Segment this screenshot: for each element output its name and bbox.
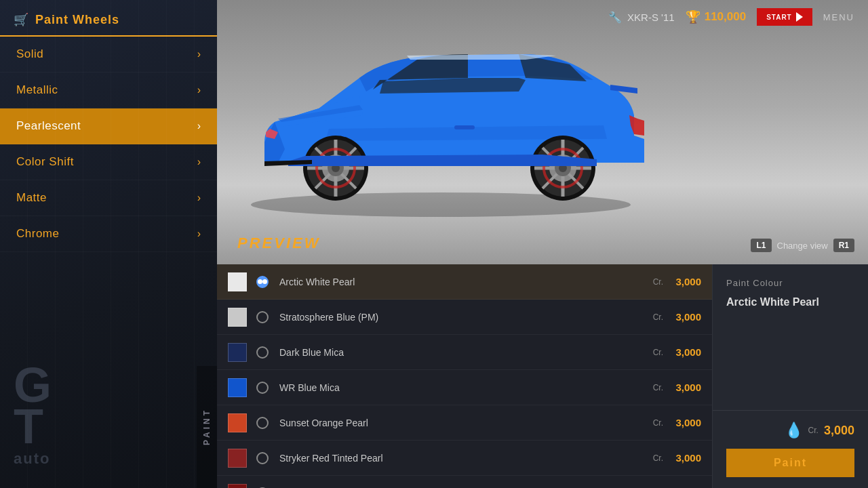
cr-label: Cr. bbox=[653, 277, 663, 287]
list-item[interactable]: Dark Blue Mica Cr. 3,000 bbox=[217, 335, 712, 370]
color-price: 3,000 bbox=[667, 346, 701, 358]
gt-auto-text: auto bbox=[14, 450, 50, 468]
color-price: 3,000 bbox=[667, 382, 701, 393]
list-item[interactable]: WR Blue Mica Cr. 3,000 bbox=[217, 370, 712, 405]
radio-button[interactable] bbox=[256, 382, 269, 394]
sidebar-item-solid-label: Solid bbox=[16, 47, 43, 61]
water-drop-icon: 💧 bbox=[785, 422, 803, 439]
sidebar-item-pearlescent-label: Pearlescent bbox=[16, 119, 81, 133]
color-name: Arctic White Pearl bbox=[279, 277, 653, 287]
svg-rect-21 bbox=[454, 125, 475, 129]
list-item[interactable]: Stryker Red Tinted Pearl Cr. 3,000 bbox=[217, 441, 712, 476]
radio-button[interactable] bbox=[256, 276, 269, 288]
color-price: 3,000 bbox=[667, 311, 701, 323]
sidebar-item-color-shift-label: Color Shift bbox=[16, 155, 74, 169]
start-label: START bbox=[766, 14, 792, 21]
menu-label: MENU bbox=[823, 12, 854, 22]
sidebar-item-pearlescent[interactable]: Pearlescent › bbox=[0, 108, 217, 144]
color-swatch bbox=[228, 449, 247, 468]
sidebar-item-solid[interactable]: Solid › bbox=[0, 37, 217, 73]
list-item[interactable]: Arctic White Pearl Cr. 3,000 bbox=[217, 264, 712, 300]
radio-button[interactable] bbox=[256, 452, 269, 464]
sidebar-header: 🛒 Paint Wheels bbox=[0, 0, 217, 37]
color-name: Sunset Orange Pearl bbox=[279, 418, 653, 428]
car-info: 🔧 XKR-S '11 bbox=[608, 11, 675, 24]
l1-badge: L1 bbox=[751, 239, 771, 252]
color-price: 3,000 bbox=[667, 276, 701, 287]
credits-icon: 🏆 bbox=[686, 9, 701, 24]
color-list-container: Arctic White Pearl Cr. 3,000 Stratospher… bbox=[217, 264, 712, 488]
right-panel-bottom: 💧 Cr. 3,000 Paint bbox=[713, 410, 868, 488]
content-area: Arctic White Pearl Cr. 3,000 Stratospher… bbox=[217, 264, 868, 488]
view-controls: L1 Change view R1 bbox=[751, 239, 854, 252]
right-panel-top: Paint Colour Arctic White Pearl bbox=[713, 264, 868, 410]
sidebar: 🛒 Paint Wheels Solid › Metallic › Pearle… bbox=[0, 0, 217, 488]
sidebar-title: Paint Wheels bbox=[35, 13, 119, 27]
credits-display: 🏆 110,000 bbox=[686, 9, 746, 24]
start-button[interactable]: START bbox=[757, 8, 812, 26]
car-preview: PREVIEW L1 Change view R1 bbox=[217, 0, 868, 264]
credits-amount: 110,000 bbox=[705, 10, 746, 24]
color-swatch bbox=[228, 378, 247, 397]
chevron-right-icon: › bbox=[197, 84, 201, 96]
color-name: WR Blue Mica bbox=[279, 382, 653, 393]
color-swatch bbox=[228, 413, 247, 432]
car-image bbox=[217, 20, 671, 224]
nav-items: Solid › Metallic › Pearlescent › Color S… bbox=[0, 37, 217, 252]
car-image-area bbox=[217, 0, 868, 264]
paint-button[interactable]: Paint bbox=[726, 449, 854, 477]
price-cr-label: Cr. bbox=[808, 426, 818, 435]
color-price: 3,000 bbox=[667, 417, 701, 428]
sidebar-item-matte-label: Matte bbox=[16, 191, 47, 205]
color-list: Arctic White Pearl Cr. 3,000 Stratospher… bbox=[217, 264, 712, 488]
color-swatch bbox=[228, 343, 247, 362]
chevron-right-icon: › bbox=[197, 228, 201, 240]
car-name: XKR-S '11 bbox=[627, 12, 675, 23]
sidebar-item-matte[interactable]: Matte › bbox=[0, 180, 217, 216]
color-price: 3,000 bbox=[667, 452, 701, 464]
gt-text: GT bbox=[14, 365, 50, 447]
color-swatch bbox=[228, 272, 247, 291]
chevron-right-icon: › bbox=[197, 48, 201, 60]
radio-button[interactable] bbox=[256, 417, 269, 429]
gt-auto-logo: GT auto bbox=[14, 365, 50, 468]
color-name: Dark Blue Mica bbox=[279, 347, 653, 358]
list-item[interactable]: Sunset Orange Pearl Cr. 3,000 bbox=[217, 405, 712, 441]
paint-text: PAINT bbox=[202, 408, 212, 445]
cart-icon: 🛒 bbox=[14, 12, 28, 27]
sidebar-item-chrome[interactable]: Chrome › bbox=[0, 216, 217, 252]
sidebar-item-color-shift[interactable]: Color Shift › bbox=[0, 144, 217, 180]
cr-label: Cr. bbox=[653, 348, 663, 357]
sidebar-item-metallic[interactable]: Metallic › bbox=[0, 73, 217, 108]
paint-colour-name: Arctic White Pearl bbox=[726, 296, 854, 308]
paint-colour-label: Paint Colour bbox=[726, 278, 854, 288]
chevron-right-icon: › bbox=[197, 192, 201, 204]
right-panel: Paint Colour Arctic White Pearl 💧 Cr. 3,… bbox=[712, 264, 868, 488]
play-icon bbox=[796, 12, 803, 22]
chevron-right-icon: › bbox=[197, 120, 201, 132]
wrench-icon: 🔧 bbox=[608, 11, 622, 24]
change-view-label: Change view bbox=[777, 241, 828, 251]
radio-button[interactable] bbox=[256, 346, 269, 359]
cr-label: Cr. bbox=[653, 383, 663, 392]
price-row: 💧 Cr. 3,000 bbox=[726, 422, 854, 439]
cr-label: Cr. bbox=[653, 418, 663, 428]
cr-label: Cr. bbox=[653, 312, 663, 322]
color-name: Stratosphere Blue (PM) bbox=[279, 312, 653, 323]
cr-label: Cr. bbox=[653, 453, 663, 463]
sidebar-item-metallic-label: Metallic bbox=[16, 83, 58, 97]
color-name: Stryker Red Tinted Pearl bbox=[279, 453, 653, 464]
radio-button[interactable] bbox=[256, 311, 269, 323]
topbar: 🔧 XKR-S '11 🏆 110,000 START MENU bbox=[595, 0, 868, 34]
color-swatch bbox=[228, 308, 247, 327]
r1-badge: R1 bbox=[833, 239, 854, 252]
color-swatch bbox=[228, 484, 247, 489]
chevron-right-icon: › bbox=[197, 156, 201, 168]
preview-label: PREVIEW bbox=[237, 235, 320, 252]
list-item[interactable]: Stratosphere Blue (PM) Cr. 3,000 bbox=[217, 300, 712, 335]
sidebar-item-chrome-label: Chrome bbox=[16, 227, 59, 241]
price-amount: 3,000 bbox=[824, 424, 854, 438]
list-item[interactable]: Dark Red Pearl Cr. 3,000 bbox=[217, 476, 712, 488]
paint-vertical-label: PAINT bbox=[197, 366, 217, 488]
main-area: 🔧 XKR-S '11 🏆 110,000 START MENU bbox=[217, 0, 868, 488]
